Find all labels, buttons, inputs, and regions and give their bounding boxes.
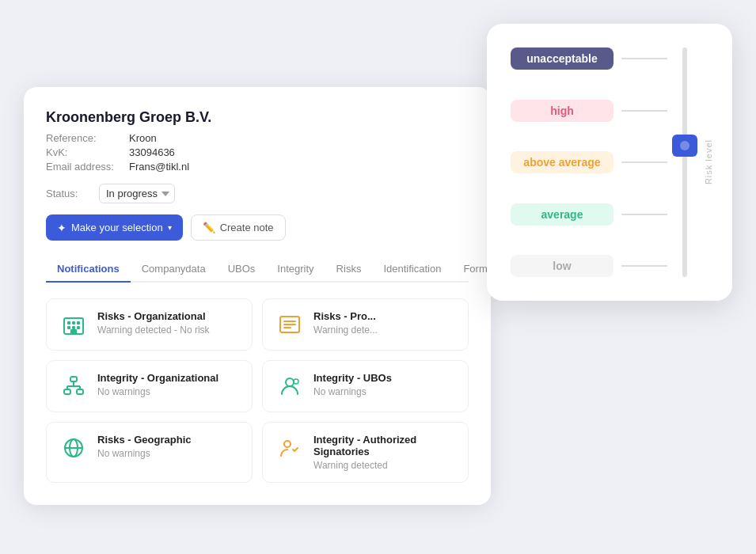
- risk-badge-average: average: [511, 203, 614, 226]
- kvk-label: KvK:: [46, 146, 129, 158]
- tab-integrity[interactable]: Integrity: [266, 256, 325, 283]
- selection-label: Make your selection: [71, 222, 163, 233]
- notif-content-risks-pro: Risks - Pro... Warning dete...: [313, 310, 378, 336]
- star-icon: ✦: [57, 222, 66, 234]
- svg-rect-7: [70, 329, 77, 334]
- notif-content-integrity-ubos: Integrity - UBOs No warnings: [313, 372, 392, 397]
- risk-item-low[interactable]: low: [511, 255, 667, 277]
- chevron-icon: ▾: [168, 223, 172, 232]
- notif-card-integrity-org[interactable]: Integrity - Organizational No warnings: [46, 360, 253, 412]
- list-icon: [275, 310, 304, 339]
- risk-line-average: [621, 214, 667, 215]
- notif-card-risks-geo[interactable]: Risks - Geographic No warnings: [46, 422, 253, 483]
- slider-thumb[interactable]: [672, 135, 697, 157]
- notif-title-integrity-org: Integrity - Organizational: [97, 372, 218, 384]
- tab-companydata[interactable]: Companydata: [131, 256, 217, 283]
- risk-item-above-average[interactable]: above average: [511, 151, 667, 173]
- risk-levels: unacceptable high above average average …: [511, 47, 675, 277]
- email-row: Email address: Frans@tikl.nl: [46, 161, 469, 173]
- notif-subtitle-integrity-ubos: No warnings: [313, 386, 392, 397]
- risk-item-average[interactable]: average: [511, 203, 667, 226]
- notif-card-risks-org[interactable]: Risks - Organizational Warning detected …: [46, 298, 253, 351]
- tab-ubos[interactable]: UBOs: [217, 256, 267, 283]
- notif-subtitle-integrity-auth: Warning detected: [313, 460, 455, 471]
- person-icon: [275, 372, 304, 400]
- risk-badge-above-average: above average: [511, 151, 614, 173]
- reference-label: Reference:: [46, 132, 129, 144]
- tab-identification[interactable]: Identification: [372, 256, 452, 283]
- notif-subtitle-risks-org: Warning detected - No risk: [97, 324, 210, 336]
- main-container: Kroonenberg Groep B.V. Reference: Kroon …: [0, 0, 756, 554]
- notif-card-risks-pro[interactable]: Risks - Pro... Warning dete...: [262, 298, 469, 351]
- svg-rect-12: [70, 377, 77, 381]
- status-row: Status: In progress Approved Rejected: [46, 184, 469, 203]
- org-icon: [59, 372, 88, 400]
- reference-row: Reference: Kroon: [46, 132, 469, 144]
- svg-rect-6: [77, 326, 80, 329]
- company-name: Kroonenberg Groep B.V.: [46, 109, 469, 126]
- notif-card-integrity-ubos[interactable]: Integrity - UBOs No warnings: [262, 360, 469, 412]
- kvk-value: 33094636: [129, 146, 175, 158]
- svg-rect-2: [72, 321, 75, 324]
- building-icon: [59, 310, 88, 339]
- action-buttons: ✦ Make your selection ▾ ✏️ Create note: [46, 214, 469, 241]
- globe-icon: [59, 434, 88, 462]
- notif-title-integrity-ubos: Integrity - UBOs: [313, 372, 392, 384]
- notif-content-integrity-org: Integrity - Organizational No warnings: [97, 372, 218, 397]
- slider-track: [682, 47, 687, 277]
- status-label: Status:: [46, 188, 89, 199]
- svg-rect-14: [77, 389, 83, 394]
- pencil-icon: ✏️: [203, 222, 215, 233]
- svg-rect-3: [77, 321, 80, 324]
- risk-badge-unacceptable: unacceptable: [511, 47, 614, 70]
- notif-card-integrity-auth[interactable]: Integrity - Authorized Signatories Warni…: [262, 422, 469, 483]
- risk-panel: unacceptable high above average average …: [487, 24, 732, 301]
- svg-point-24: [284, 441, 291, 447]
- risk-line-high: [621, 110, 667, 112]
- svg-point-19: [286, 378, 294, 386]
- svg-rect-4: [67, 326, 70, 329]
- tab-notifications[interactable]: Notifications: [46, 256, 131, 283]
- notif-title-risks-pro: Risks - Pro...: [313, 310, 378, 322]
- tabs: Notifications Companydata UBOs Integrity…: [46, 256, 469, 283]
- svg-rect-5: [72, 326, 75, 329]
- email-value: Frans@tikl.nl: [129, 161, 189, 173]
- svg-rect-1: [67, 321, 70, 324]
- notif-title-risks-geo: Risks - Geographic: [97, 434, 191, 446]
- notifications-grid: Risks - Organizational Warning detected …: [46, 298, 469, 483]
- risk-badge-low: low: [511, 255, 614, 277]
- risk-line-low: [621, 265, 667, 267]
- email-label: Email address:: [46, 161, 129, 173]
- auth-icon: [275, 434, 304, 462]
- svg-rect-13: [64, 389, 70, 394]
- create-note-button[interactable]: ✏️ Create note: [191, 214, 286, 241]
- kvk-row: KvK: 33094636: [46, 146, 469, 158]
- notif-subtitle-risks-pro: Warning dete...: [313, 324, 378, 336]
- risk-badge-high: high: [511, 100, 614, 122]
- card-panel: Kroonenberg Groep B.V. Reference: Kroon …: [24, 87, 491, 505]
- reference-value: Kroon: [129, 132, 157, 144]
- slider-container: [675, 47, 694, 277]
- risk-line-unacceptable: [621, 58, 667, 59]
- status-select[interactable]: In progress Approved Rejected: [99, 184, 175, 203]
- notif-content-risks-org: Risks - Organizational Warning detected …: [97, 310, 210, 336]
- notif-content-risks-geo: Risks - Geographic No warnings: [97, 434, 191, 459]
- notif-subtitle-integrity-org: No warnings: [97, 386, 218, 397]
- risk-item-unacceptable[interactable]: unacceptable: [511, 47, 667, 70]
- notif-content-integrity-auth: Integrity - Authorized Signatories Warni…: [313, 434, 455, 471]
- risk-item-high[interactable]: high: [511, 100, 667, 122]
- tab-risks[interactable]: Risks: [325, 256, 373, 283]
- notif-title-integrity-auth: Integrity - Authorized Signatories: [313, 434, 455, 457]
- note-label: Create note: [220, 222, 274, 233]
- risk-level-label: Risk level: [704, 139, 713, 184]
- notif-subtitle-risks-geo: No warnings: [97, 448, 191, 459]
- notif-title-risks-org: Risks - Organizational: [97, 310, 210, 322]
- risk-line-above-average: [621, 161, 667, 163]
- selection-button[interactable]: ✦ Make your selection ▾: [46, 214, 183, 241]
